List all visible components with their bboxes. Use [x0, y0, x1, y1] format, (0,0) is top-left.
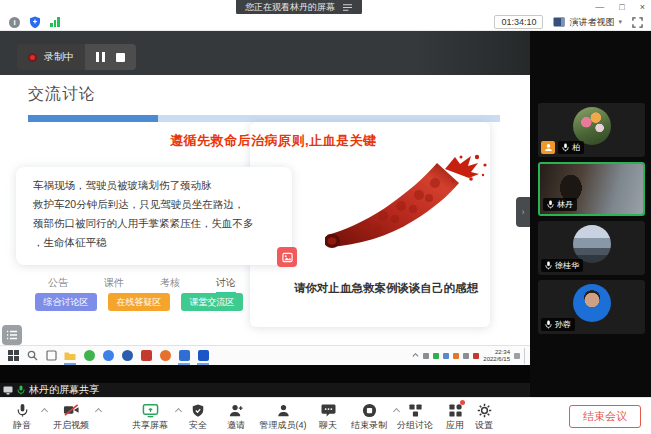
participant-tile-bai[interactable]: 柏	[538, 103, 645, 157]
image-attachment-icon	[277, 247, 297, 267]
person-icon	[276, 402, 291, 418]
tray-icon	[433, 353, 439, 359]
view-mode-label: 演讲者视图	[569, 16, 614, 29]
tray-icon	[473, 353, 479, 359]
watching-banner-text: 您正在观看林丹的屏幕	[245, 1, 335, 14]
stop-recording-toolbar-button[interactable]: 结束录制	[346, 402, 392, 432]
recording-pill: 录制中	[17, 44, 136, 70]
stage: 录制中 交流讨论 遵循先救命后治病原则,止血是关键	[0, 31, 651, 397]
mic-green-icon	[17, 385, 25, 395]
camera-off-icon	[63, 402, 80, 418]
meeting-protect-shield-icon[interactable]	[29, 16, 41, 29]
blood-vessel-image	[325, 151, 497, 251]
participants-sidebar: 柏 林丹 徐桂华	[530, 31, 651, 397]
participant-name: 林丹	[557, 199, 573, 210]
maximize-button[interactable]: □	[619, 0, 624, 14]
tray-clock-time: 22:34	[483, 349, 510, 356]
shield-icon	[191, 402, 205, 418]
shared-taskbar: 22:34 2022/6/15	[0, 345, 530, 365]
lms-zone-buttons: 综合讨论区 在线答疑区 课堂交流区	[35, 293, 243, 311]
tray-expand-icon	[412, 352, 419, 359]
meeting-info-icon[interactable]: i	[9, 17, 20, 28]
participant-tile-xuguihua[interactable]: 徐桂华	[538, 221, 645, 275]
fullscreen-icon[interactable]	[632, 17, 643, 28]
participant-name: 柏	[572, 142, 580, 153]
case-line: 车祸现场，驾驶员被玻璃划伤了颈动脉	[33, 176, 284, 195]
network-tray-icon	[514, 353, 520, 359]
file-explorer-icon	[64, 350, 76, 362]
person-plus-icon	[228, 402, 244, 418]
breakout-squares-icon	[408, 402, 423, 418]
view-mode-switcher[interactable]: 演讲者视图 ▾	[553, 16, 622, 29]
avatar	[573, 107, 611, 145]
lms-tab-announcement: 公告	[48, 276, 68, 294]
sidebar-collapse-handle[interactable]: ›	[516, 197, 530, 227]
participant-tile-lindan[interactable]: 林丹	[538, 162, 645, 216]
window-titlebar: 您正在观看林丹的屏幕 — □ ×	[0, 0, 651, 14]
participant-name: 孙蓉	[555, 319, 571, 330]
pause-recording-button[interactable]	[96, 52, 105, 62]
chevron-down-icon: ▾	[618, 18, 622, 26]
avatar	[573, 284, 611, 322]
search-icon	[26, 350, 38, 362]
tray-clock: 22:34 2022/6/15	[483, 349, 510, 363]
mic-icon	[15, 402, 30, 418]
start-video-button[interactable]: 开启视频	[48, 402, 94, 432]
end-meeting-button[interactable]: 结束会议	[569, 405, 641, 428]
mute-button[interactable]: 静音	[4, 402, 40, 432]
meeting-window: 您正在观看林丹的屏幕 — □ × i 01:34:10 演讲者视图 ▾	[0, 0, 651, 434]
apps-notification-dot	[460, 400, 465, 405]
browser-orange-icon	[159, 350, 171, 362]
video-options-chevron[interactable]	[96, 407, 102, 413]
share-label-text: 林丹的屏幕共享	[29, 383, 99, 397]
mic-icon	[547, 200, 554, 209]
layout-view-icon	[553, 17, 565, 27]
mic-icon	[545, 261, 552, 270]
share-screen-button[interactable]: 共享屏幕	[127, 402, 173, 432]
doc-app-icon	[197, 350, 209, 362]
apps-grid-icon	[448, 402, 463, 418]
watching-banner: 您正在观看林丹的屏幕	[236, 0, 362, 15]
shared-slide: 交流讨论 遵循先救命后治病原则,止血是关键	[0, 75, 530, 345]
host-badge-icon	[541, 141, 555, 154]
participant-tile-sunrong[interactable]: 孙蓉	[538, 280, 645, 334]
settings-button[interactable]: 设置	[466, 402, 502, 432]
invite-button[interactable]: 邀请	[218, 402, 254, 432]
minimize-button[interactable]: —	[595, 0, 604, 14]
case-text-card: 车祸现场，驾驶员被玻璃划伤了颈动脉 救护车20分钟后到达，只见驾驶员坐在路边， …	[16, 167, 292, 265]
case-line: 救护车20分钟后到达，只见驾驶员坐在路边，	[33, 195, 284, 214]
breakout-rooms-button[interactable]: 分组讨论	[392, 402, 438, 432]
lms-tab-courseware: 课件	[104, 276, 124, 294]
avatar	[573, 225, 611, 263]
zone-button-exchange: 课堂交流区	[181, 293, 243, 311]
case-line: 颈部伤口被同行的人用手掌紧紧压住，失血不多	[33, 214, 284, 233]
stop-recording-button[interactable]	[116, 53, 125, 62]
case-line: ，生命体征平稳	[33, 233, 284, 252]
manage-members-button[interactable]: 管理成员(4)	[254, 402, 312, 432]
system-tray: 22:34 2022/6/15	[412, 348, 530, 364]
slide-progress-bar	[28, 115, 500, 122]
slide-question: 请你对止血急救案例谈谈自己的感想	[294, 281, 478, 296]
share-label-bar: 林丹的屏幕共享	[0, 383, 530, 397]
close-button[interactable]: ×	[640, 0, 645, 14]
meeting-toolbar: i 01:34:10 演讲者视图 ▾	[0, 14, 651, 31]
recording-label: 录制中	[44, 50, 74, 64]
security-button[interactable]: 安全	[180, 402, 216, 432]
network-signal-icon[interactable]	[50, 17, 60, 27]
list-widget-icon	[2, 325, 22, 345]
lms-tab-discussion: 讨论	[216, 276, 236, 294]
record-stop-icon	[362, 402, 377, 418]
tray-icon	[423, 353, 429, 359]
lms-tab-assessment: 考核	[160, 276, 180, 294]
mic-icon	[562, 143, 569, 152]
task-view-icon	[45, 350, 57, 362]
screen-share-small-icon	[3, 386, 13, 395]
tray-icon	[453, 353, 459, 359]
screen-share-icon	[142, 402, 159, 418]
banner-menu-icon[interactable]	[342, 3, 353, 12]
chat-button[interactable]: 聊天	[310, 402, 346, 432]
tray-icon	[463, 353, 469, 359]
browser-blue-icon	[102, 350, 114, 362]
participant-name: 徐桂华	[555, 260, 579, 271]
slide-headline: 遵循先救命后治病原则,止血是关键	[170, 132, 377, 150]
